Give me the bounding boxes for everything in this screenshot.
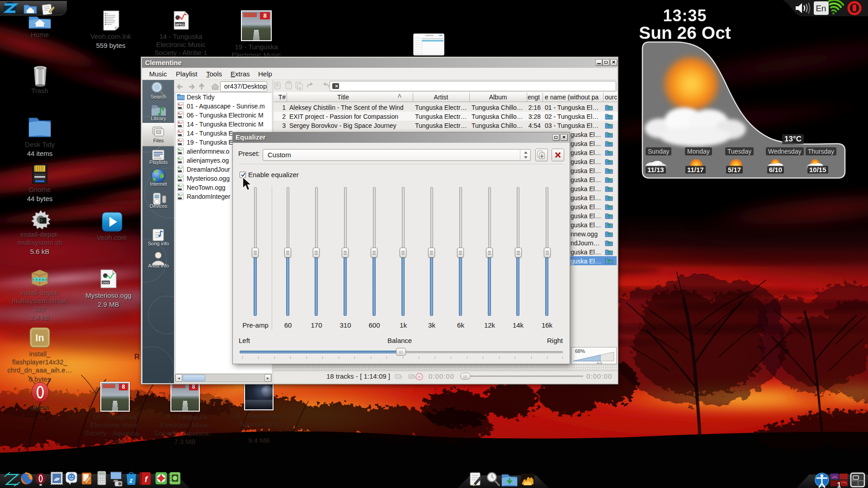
svg-text:68%: 68% [575,348,585,354]
svg-text:MPEG: MPEG [175,23,185,26]
svg-text:In: In [35,332,44,343]
svg-text:T A R B Z: T A R B Z [33,278,47,282]
svg-text:z: z [129,477,133,484]
svg-text:OGG: OGG [102,281,109,284]
svg-text:En: En [816,4,826,13]
svg-text:1: 1 [837,481,841,488]
